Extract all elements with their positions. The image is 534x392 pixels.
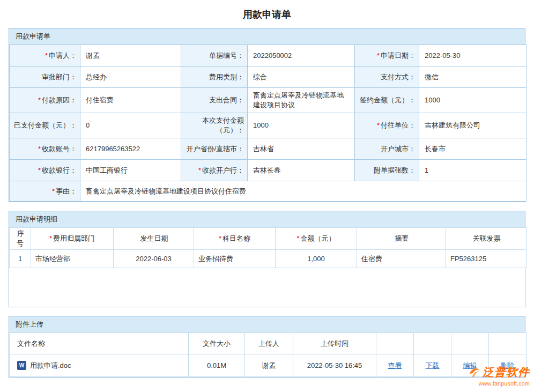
required-asterisk: *	[296, 234, 300, 242]
form-row: *收款银行： 中国工商银行 *收款开户行： 吉林长春 附单据张数： 1	[10, 160, 526, 181]
field-value-bank: 中国工商银行	[80, 160, 181, 181]
field-label-bank: *收款银行：	[10, 160, 80, 181]
field-label-apply-date: *申请日期：	[355, 45, 419, 66]
detail-col-department: *费用归属部门	[31, 228, 114, 250]
attachment-col-file-name: 文件名称	[10, 333, 189, 354]
field-value-paid-amount: 0	[80, 113, 181, 138]
detail-col-index: 序号	[10, 228, 31, 250]
detail-cell-date: 2022-06-03	[114, 250, 194, 268]
main-form-panel: 用款申请单 *申请人： 谢孟 单据编号： 2022050002 *申请日期： 2…	[9, 28, 525, 202]
main-form-panel-title: 用款申请单	[9, 28, 525, 45]
detail-row[interactable]: 1 市场经营部 2022-06-03 业务招待费 1,000 住宿费 FP526…	[10, 250, 526, 268]
detail-header-row: 序号 *费用归属部门 发生日期 *科目名称 *金额（元） 摘要 关联发票	[10, 228, 526, 250]
view-link[interactable]: 查看	[388, 361, 402, 369]
attachment-file-size: 0.01M	[189, 354, 245, 377]
field-value-payee-unit: 吉林建筑有限公司	[419, 113, 526, 138]
attachment-col-action-1	[376, 333, 414, 354]
required-asterisk: *	[52, 187, 56, 195]
detail-cell-amount: 1,000	[276, 250, 357, 268]
attachment-col-uploader: 上传人	[245, 333, 293, 354]
required-asterisk: *	[219, 234, 222, 242]
attachment-col-file-size: 文件大小	[189, 333, 245, 354]
detail-panel-title: 用款申请明细	[9, 211, 525, 227]
required-asterisk: *	[377, 51, 381, 60]
edit-link[interactable]: 编辑	[463, 361, 477, 369]
attachment-header-row: 文件名称 文件大小 上传人 上传时间	[10, 333, 526, 354]
attachment-col-action-3	[451, 333, 489, 354]
field-label-city: 开户城市：	[355, 138, 419, 160]
attachment-table: 文件名称 文件大小 上传人 上传时间 W 用款申请.doc 0.01M	[9, 332, 526, 377]
field-label-payee-unit: *付往单位：	[355, 113, 419, 138]
detail-col-subject-name: *科目名称	[194, 228, 276, 250]
detail-col-date: 发生日期	[114, 228, 194, 250]
word-file-icon: W	[17, 361, 26, 370]
field-value-contract: 畜禽定点屠宰及冷链物流基地建设项目协议	[248, 88, 355, 113]
form-row: 审批部门： 总经办 费用类别： 综合 支付方式： 微信	[10, 66, 526, 88]
field-value-receipt-count: 1	[419, 160, 526, 181]
form-row: *事由： 畜禽定点屠宰及冷链物流基地建设项目协议付住宿费	[10, 181, 526, 202]
attachment-row: W 用款申请.doc 0.01M 谢孟 2022-05-30 16:45 查看 …	[10, 354, 526, 377]
field-value-account-number: 62179965263522	[80, 138, 181, 160]
field-value-expense-type: 综合	[248, 66, 355, 88]
page-title: 用款申请单	[0, 0, 534, 28]
field-label-paid-amount: 已支付金额（元）：	[10, 113, 80, 138]
attachment-col-action-2	[414, 333, 451, 354]
attachment-uploader: 谢孟	[245, 354, 293, 377]
form-row: 已支付金额（元）： 0 本次支付金额（元）： 1000 *付往单位： 吉林建筑有…	[10, 113, 526, 138]
attachment-col-action-4	[489, 333, 526, 354]
required-asterisk: *	[198, 166, 202, 174]
field-value-approve-dept: 总经办	[80, 66, 181, 88]
attachment-file-name-cell: W 用款申请.doc	[10, 354, 189, 377]
field-value-subject: 畜禽定点屠宰及冷链物流基地建设项目协议付住宿费	[80, 181, 526, 202]
form-row: *申请人： 谢孟 单据编号： 2022050002 *申请日期： 2022-05…	[10, 45, 526, 66]
attachment-panel-title: 附件上传	[9, 316, 525, 332]
detail-col-amount: *金额（元）	[276, 228, 357, 250]
detail-cell-summary: 住宿费	[357, 250, 446, 268]
attachment-upload-time: 2022-05-30 16:45	[293, 354, 376, 377]
detail-cell-index: 1	[10, 250, 31, 268]
detail-cell-subject-name: 业务招待费	[194, 250, 276, 268]
detail-col-summary: 摘要	[357, 228, 446, 250]
field-label-applicant: *申请人：	[10, 45, 80, 66]
field-value-pay-method: 微信	[419, 66, 526, 88]
detail-cell-invoice: FP5263125	[446, 250, 526, 268]
attachment-panel: 附件上传 文件名称 文件大小 上传人 上传时间 W	[9, 316, 525, 378]
field-value-pay-reason: 付住宿费	[80, 88, 181, 113]
field-label-expense-type: 费用类别：	[181, 66, 248, 88]
field-value-doc-number: 2022050002	[248, 45, 355, 66]
field-value-bank-branch: 吉林长春	[248, 160, 355, 181]
form-row: *付款原因： 付住宿费 支出合同： 畜禽定点屠宰及冷链物流基地建设项目协议 签约…	[10, 88, 526, 113]
field-value-current-pay-amount: 1000	[248, 113, 355, 138]
field-value-applicant: 谢孟	[80, 45, 181, 66]
field-label-account-number: *收款账号：	[10, 138, 80, 160]
field-label-contract-amount: 签约金额（元）：	[355, 88, 419, 113]
required-asterisk: *	[45, 51, 49, 60]
required-asterisk: *	[377, 121, 381, 129]
main-form-table: *申请人： 谢孟 单据编号： 2022050002 *申请日期： 2022-05…	[9, 45, 526, 202]
field-label-province: 开户省份/直辖市：	[181, 138, 248, 160]
field-label-contract: 支出合同：	[181, 88, 248, 113]
required-asterisk: *	[38, 96, 42, 104]
required-asterisk: *	[38, 145, 42, 153]
field-label-pay-method: 支付方式：	[355, 66, 419, 88]
field-value-province: 吉林省	[248, 138, 355, 160]
detail-panel: 用款申请明细 序号 *费用归属部门 发生日期 *科目名称 *金额（元） 摘要 关…	[9, 211, 525, 307]
attachment-file-name: 用款申请.doc	[30, 361, 71, 371]
detail-empty-area	[9, 268, 525, 307]
field-label-subject: *事由：	[10, 181, 80, 202]
field-value-city: 长春市	[419, 138, 526, 160]
required-asterisk: *	[38, 166, 42, 174]
form-row: *收款账号： 62179965263522 开户省份/直辖市： 吉林省 开户城市…	[10, 138, 526, 160]
field-label-doc-number: 单据编号：	[181, 45, 248, 66]
field-value-apply-date: 2022-05-30	[419, 45, 526, 66]
detail-col-invoice: 关联发票	[446, 228, 526, 250]
download-link[interactable]: 下载	[426, 361, 440, 369]
watermark-url: www.fanpusoft.com	[468, 380, 530, 387]
detail-cell-department: 市场经营部	[31, 250, 114, 268]
field-label-pay-reason: *付款原因：	[10, 88, 80, 113]
delete-link[interactable]: 删除	[501, 361, 515, 369]
field-value-contract-amount: 1000	[419, 88, 526, 113]
field-label-current-pay-amount: 本次支付金额（元）：	[181, 113, 248, 138]
field-label-approve-dept: 审批部门：	[10, 66, 80, 88]
required-asterisk: *	[49, 234, 53, 242]
